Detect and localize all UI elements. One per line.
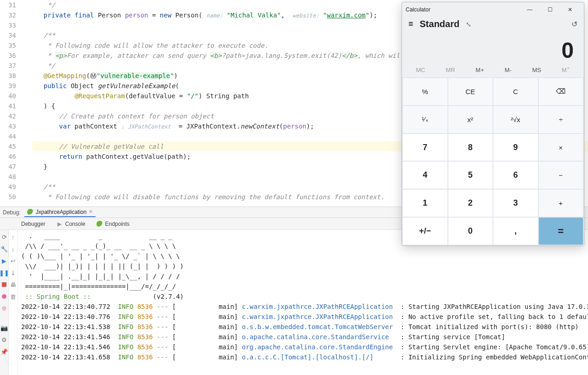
calc-buttons: %CEC⌫¹⁄ₓx²²√x÷789×456−123++/−0,= [402,77,584,246]
wrench-icon[interactable]: 🔧 [0,245,8,253]
up-icon[interactable]: ↑ [9,233,17,241]
resume-button[interactable]: ▶ [0,257,8,265]
calc-btn-−[interactable]: − [539,162,583,189]
tab-console-label: Console [65,221,85,227]
calc-mem-m-[interactable]: M- [505,67,512,73]
log-line: 2022-10-14 22:13:40.776 INFO 8536 --- [ … [21,312,588,322]
calc-btn-8[interactable]: 8 [448,134,493,161]
log-line: 2022-10-14 22:13:41.658 INFO 8536 --- [ … [21,352,588,362]
print-icon[interactable]: 🖶 [9,280,17,289]
stop-button[interactable] [0,280,8,289]
spring-icon [96,221,103,227]
calc-btn-5[interactable]: 5 [448,162,493,189]
debug-label: Debug: [3,209,21,216]
calc-btn-+[interactable]: + [539,190,583,217]
calc-btn-÷[interactable]: ÷ [539,106,583,133]
pause-button[interactable]: ❚❚ [0,269,8,277]
calc-header: ≡ Standard ⤡ ↺ [402,17,584,31]
calc-btn-,[interactable]: , [493,218,538,245]
mute-breakpoints-button[interactable] [0,304,8,313]
log-line: 2022-10-14 22:13:41.538 INFO 8536 --- [ … [21,322,588,332]
calc-btn-6[interactable]: 6 [493,162,538,189]
calc-btn-2[interactable]: 2 [448,190,493,217]
log-line: 2022-10-14 22:13:41.546 INFO 8536 --- [ … [21,332,588,342]
calc-btn-0[interactable]: 0 [448,218,493,245]
calc-btn-=[interactable]: = [539,218,583,245]
hamburger-icon[interactable]: ≡ [408,19,413,29]
calc-mode: Standard [420,19,460,29]
settings-icon[interactable]: ⚙ [0,336,8,344]
scroll-end-icon[interactable]: ⤓ [9,269,17,277]
tab-debugger[interactable]: Debugger [17,219,50,229]
log-line: 2022-10-14 22:13:40.772 INFO 8536 --- [ … [21,302,588,312]
close-icon[interactable]: ✕ [89,209,93,215]
calc-memory-row: MCMRM+M-MSM˅ [402,66,584,77]
calc-btn-4[interactable]: 4 [403,162,447,189]
gutter-icons [24,0,32,207]
calc-title: Calculator [406,6,430,13]
console-body: ⟳ 🔧 ▶ ❚❚ 📷 ⚙ 📌 ↑ ↓ ↩ ⤓ 🖶 🗑 . ___ [0,230,588,375]
calc-btn-×[interactable]: × [539,134,583,161]
calc-btn-3[interactable]: 3 [493,190,538,217]
tab-endpoints[interactable]: Endpoints [92,219,134,229]
spring-icon [27,209,34,215]
calc-btn-CE[interactable]: CE [448,78,493,105]
console-toolbar: ↑ ↓ ↩ ⤓ 🖶 🗑 [9,230,17,375]
clear-icon[interactable]: 🗑 [9,292,17,301]
run-config-name: JxpathrceApplication [36,209,87,215]
calc-btn-x²[interactable]: x² [448,106,493,133]
calc-btn-¹⁄ₓ[interactable]: ¹⁄ₓ [403,106,447,133]
calc-btn-C[interactable]: C [493,78,538,105]
calc-mem-ms[interactable]: MS [532,67,541,73]
on-top-icon[interactable]: ⤡ [466,21,471,28]
calc-btn-²√x[interactable]: ²√x [493,106,538,133]
log-line: 2022-10-14 22:13:41.546 INFO 8536 --- [ … [21,342,588,352]
maximize-button[interactable]: ☐ [540,2,560,17]
calc-mem-m+[interactable]: M+ [475,67,484,73]
calc-mem-mr: MR [446,67,455,73]
calc-btn-%[interactable]: % [403,78,447,105]
calc-btn-7[interactable]: 7 [403,134,447,161]
calc-btn-⌫[interactable]: ⌫ [539,78,583,105]
run-config-tab[interactable]: JxpathrceApplication ✕ [24,208,96,217]
calc-btn-9[interactable]: 9 [493,134,538,161]
tab-debugger-label: Debugger [21,221,45,227]
calc-display: 0 [402,31,584,66]
rerun-button[interactable]: ⟳ [0,233,8,241]
view-breakpoints-button[interactable] [0,292,8,301]
debug-tools-left: ⟳ 🔧 ▶ ❚❚ 📷 ⚙ 📌 [0,230,9,375]
calc-mem-m˅: M˅ [562,67,570,73]
minimize-button[interactable]: — [520,2,540,17]
calc-titlebar[interactable]: Calculator — ☐ ✕ [402,2,584,17]
line-gutter: 3132333435363738394041424344454647484950 [0,0,24,207]
calculator-window[interactable]: Calculator — ☐ ✕ ≡ Standard ⤡ ↺ 0 MCMRM+… [401,2,584,246]
calc-mem-mc: MC [416,67,425,73]
calc-btn-+/−[interactable]: +/− [403,218,447,245]
camera-icon[interactable]: 📷 [0,324,8,332]
pin-icon[interactable]: 📌 [0,347,8,356]
tab-endpoints-label: Endpoints [105,221,130,227]
tab-console[interactable]: ▶ Console [52,219,90,229]
console-output[interactable]: . ____ _ __ _ _ /\\ / ___'_ __ _ _(_)_ _… [17,230,588,375]
calc-btn-1[interactable]: 1 [403,190,447,217]
close-button[interactable]: ✕ [560,2,580,17]
play-icon: ▶ [57,221,63,227]
history-icon[interactable]: ↺ [571,20,577,28]
down-icon[interactable]: ↓ [9,245,17,253]
wrap-icon[interactable]: ↩ [9,257,17,265]
